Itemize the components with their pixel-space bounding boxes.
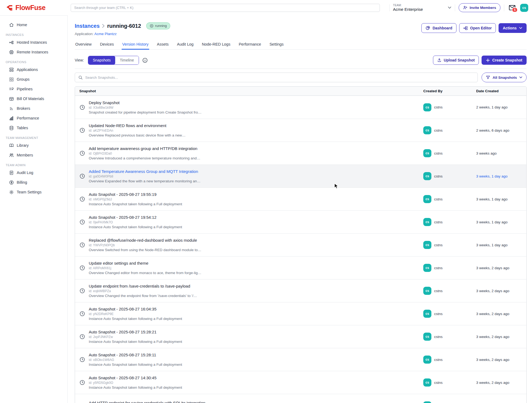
sidebar-item-brokers[interactable]: Brokers — [0, 104, 67, 113]
snapshot-row[interactable]: Auto Snapshot - 2025-08-27 19:55:19 id: … — [75, 187, 526, 210]
sidebar-item-home[interactable]: Home — [0, 20, 67, 30]
snapshot-filter-dropdown[interactable]: All Snapshots — [482, 73, 527, 82]
snapshot-title[interactable]: Update endpoint from /save-credentials t… — [89, 284, 197, 288]
snapshot-title[interactable]: Auto Snapshot - 2025-08-27 19:55:19 — [89, 192, 182, 197]
sidebar-item-tables[interactable]: Tables — [0, 123, 67, 133]
sidebar-item-audit-log[interactable]: Audit Log — [0, 168, 67, 177]
snapshot-title[interactable]: Auto Snapshot - 2025-08-27 16:04:35 — [89, 307, 182, 311]
clock-icon — [79, 380, 85, 385]
snapshot-row[interactable]: Add temperature awareness group and HTTP… — [75, 142, 526, 165]
sidebar-item-performance[interactable]: Performance — [0, 113, 67, 123]
creator-name: cstns — [434, 128, 443, 132]
sidebar-item-groups[interactable]: Groups — [0, 74, 67, 84]
sidebar-item-label: Brokers — [17, 106, 30, 111]
sidebar-item-billing[interactable]: Billing — [0, 177, 67, 187]
sidebar-item-team-settings[interactable]: Team Settings — [0, 187, 67, 197]
snapshot-title[interactable]: Auto Snapshot - 2025-08-27 15:28:21 — [89, 330, 182, 334]
team-search-input[interactable] — [71, 4, 380, 12]
sidebar-item-library[interactable]: Library — [0, 141, 67, 150]
snapshot-row[interactable]: Auto Snapshot - 2025-08-27 15:28:11 id: … — [75, 348, 526, 371]
snapshot-search-input[interactable] — [85, 76, 474, 80]
creator-name: cstns — [434, 105, 443, 109]
breadcrumb-instances-link[interactable]: Instances — [75, 23, 100, 29]
snapshot-row[interactable]: Auto Snapshot - 2025-08-27 16:04:35 id: … — [75, 302, 526, 325]
snapshot-title[interactable]: Replaced @flowfuse/node-red-dashboard wi… — [89, 238, 201, 243]
create-snapshot-button[interactable]: Create Snapshot — [482, 56, 527, 65]
sidebar-item-hosted-instances[interactable]: Hosted Instances — [0, 37, 67, 47]
snapshot-title[interactable]: Auto Snapshot - 2025-08-27 14:30:45 — [89, 375, 182, 380]
snapshot-description: Instance Auto Snapshot taken following a… — [89, 225, 182, 229]
applications-icon — [9, 67, 14, 72]
creator-name: cstns — [434, 174, 443, 178]
actions-label: Actions — [503, 26, 517, 30]
actions-button[interactable]: Actions — [499, 23, 527, 33]
clock-icon — [79, 219, 85, 225]
upload-snapshot-button[interactable]: Upload Snapshot — [433, 56, 479, 65]
creator-name: cstns — [434, 289, 443, 293]
sidebar-item-pipelines[interactable]: Pipelines — [0, 84, 67, 94]
members-icon — [9, 153, 14, 158]
snapshot-title[interactable]: Auto Snapshot - 2025-08-27 19:54:12 — [89, 215, 182, 220]
invite-members-button[interactable]: Invite Members — [459, 3, 500, 12]
snapshot-row[interactable]: Add HTTP endpoint for saving credentials… — [75, 394, 526, 403]
open-editor-button[interactable]: Open Editor — [459, 23, 496, 33]
snapshot-title[interactable]: Added Temperature Awareness Group and MQ… — [89, 169, 200, 174]
tab-node-red-logs[interactable]: Node-RED Logs — [201, 40, 231, 50]
sidebar-item-applications[interactable]: Applications — [0, 65, 67, 74]
snapshot-row[interactable]: Auto Snapshot - 2025-08-27 19:54:12 id: … — [75, 210, 526, 233]
snapshot-row[interactable]: Deploy Snapshot id: X3o6Bw1k9W Snapshot … — [75, 96, 526, 119]
toggle-timeline[interactable]: Timeline — [115, 56, 138, 64]
pie-chart-icon — [425, 26, 430, 30]
date-created: 3 weeks, 2 days ago — [476, 289, 526, 293]
snapshot-row[interactable]: Update endpoint from /save-credentials t… — [75, 279, 526, 302]
plus-icon — [486, 58, 490, 62]
breadcrumb: Instances running-6012 running — [75, 22, 170, 29]
flowfuse-logo[interactable]: FlowFuse — [0, 4, 68, 12]
date-created: 3 weeks, 2 days ago — [476, 266, 526, 270]
snapshot-row[interactable]: Added Temperature Awareness Group and MQ… — [75, 165, 526, 187]
status-dot-icon — [150, 24, 154, 28]
snapshot-id: id: aKZPYvEDAn — [89, 129, 186, 132]
snapshot-title[interactable]: Updated Node-RED flows and environment — [89, 123, 186, 128]
snapshot-description: Instance Auto Snapshot taken following a… — [89, 317, 182, 321]
sidebar-item-members[interactable]: Members — [0, 150, 67, 160]
toggle-snapshots[interactable]: Snapshots — [88, 56, 115, 64]
snapshot-title[interactable]: Add HTTP endpoint for saving credentials… — [89, 401, 205, 403]
info-icon[interactable] — [142, 57, 148, 63]
user-avatar[interactable]: cs — [520, 4, 528, 12]
bill-of-materials-icon — [9, 96, 14, 101]
table-header: Snapshot Created By Date Created — [75, 87, 526, 96]
creator-name: cstns — [434, 220, 443, 224]
tab-assets[interactable]: Assets — [156, 40, 169, 50]
snapshot-row[interactable]: Update editor settings and theme id: AlR… — [75, 256, 526, 279]
snapshot-id: id: AlRPoMX61j — [89, 266, 201, 270]
snapshot-row[interactable]: Auto Snapshot - 2025-08-27 14:30:45 id: … — [75, 371, 526, 394]
tab-devices[interactable]: Devices — [99, 40, 114, 50]
tab-performance[interactable]: Performance — [238, 40, 262, 50]
application-link[interactable]: Acme Plantzz — [94, 32, 117, 36]
tab-overview[interactable]: Overview — [75, 40, 92, 50]
snapshot-title[interactable]: Add temperature awareness group and HTTP… — [89, 146, 200, 151]
snapshot-row[interactable]: Auto Snapshot - 2025-08-27 15:28:21 id: … — [75, 325, 526, 348]
snapshot-row[interactable]: Replaced @flowfuse/node-red-dashboard wi… — [75, 233, 526, 256]
snapshot-row[interactable]: Updated Node-RED flows and environment i… — [75, 119, 526, 142]
snapshot-title[interactable]: Deploy Snapshot — [89, 100, 202, 105]
sidebar-item-remote-instances[interactable]: Remote Instances — [0, 47, 67, 57]
snapshot-search-box — [75, 73, 478, 82]
team-selector[interactable]: TEAM: Acme Enterprise — [393, 4, 451, 12]
tab-audit-log[interactable]: Audit Log — [176, 40, 194, 50]
dashboard-button[interactable]: Dashboard — [421, 23, 456, 33]
notifications-button[interactable]: 5 — [509, 5, 516, 11]
tab-version-history[interactable]: Version History — [122, 40, 149, 50]
snapshot-title[interactable]: Update editor settings and theme — [89, 261, 201, 265]
main-content: Instances running-6012 running Applicati… — [68, 15, 532, 403]
view-label: View: — [75, 58, 84, 62]
tab-settings[interactable]: Settings — [269, 40, 284, 50]
sidebar-item-bill-of-materials[interactable]: Bill Of Materials — [0, 94, 67, 104]
divider — [455, 4, 455, 11]
groups-icon — [9, 77, 14, 82]
snapshot-title[interactable]: Auto Snapshot - 2025-08-27 15:28:11 — [89, 353, 182, 357]
pipelines-icon — [9, 87, 14, 92]
snapshot-description: Overview Replaced previous basic device … — [89, 133, 186, 137]
creator-name: cstns — [434, 335, 443, 339]
